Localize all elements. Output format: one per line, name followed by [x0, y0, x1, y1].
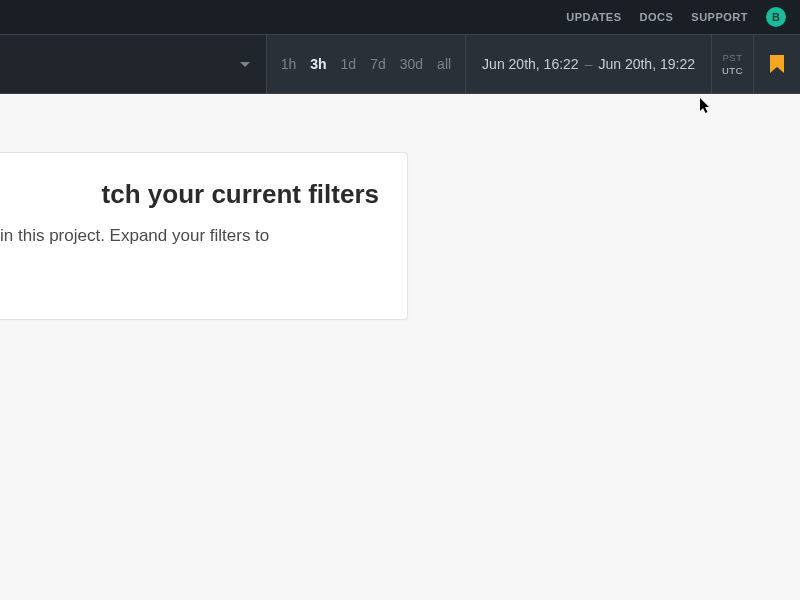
time-range-picker: 1h 3h 1d 7d 30d all	[267, 35, 466, 93]
user-avatar[interactable]: B	[766, 7, 786, 27]
nav-support[interactable]: SUPPORT	[691, 11, 748, 23]
bookmark-button[interactable]	[754, 35, 800, 93]
empty-state-card: tch your current filters in this project…	[0, 152, 408, 320]
filter-toolbar: 1h 3h 1d 7d 30d all Jun 20th, 16:22 – Ju…	[0, 34, 800, 94]
nav-docs[interactable]: DOCS	[640, 11, 674, 23]
bookmark-icon	[770, 55, 784, 73]
nav-updates[interactable]: UPDATES	[566, 11, 621, 23]
range-1h[interactable]: 1h	[281, 56, 297, 72]
date-end: Jun 20th, 19:22	[598, 56, 695, 72]
range-7d[interactable]: 7d	[370, 56, 386, 72]
chevron-down-icon	[240, 62, 250, 67]
timezone-toggle: PST UTC	[712, 35, 754, 93]
range-3h[interactable]: 3h	[310, 56, 326, 72]
top-nav: UPDATES DOCS SUPPORT B	[0, 0, 800, 34]
project-dropdown[interactable]	[0, 35, 267, 93]
range-all[interactable]: all	[437, 56, 451, 72]
tz-pst[interactable]: PST	[722, 52, 742, 63]
date-range-display[interactable]: Jun 20th, 16:22 – Jun 20th, 19:22	[466, 35, 712, 93]
tz-utc[interactable]: UTC	[722, 65, 743, 76]
range-30d[interactable]: 30d	[400, 56, 423, 72]
empty-state-title: tch your current filters	[0, 179, 379, 210]
empty-state-body: in this project. Expand your filters to	[0, 224, 379, 249]
date-separator: –	[585, 56, 593, 72]
range-1d[interactable]: 1d	[341, 56, 357, 72]
date-start: Jun 20th, 16:22	[482, 56, 579, 72]
main-content: tch your current filters in this project…	[0, 94, 800, 152]
